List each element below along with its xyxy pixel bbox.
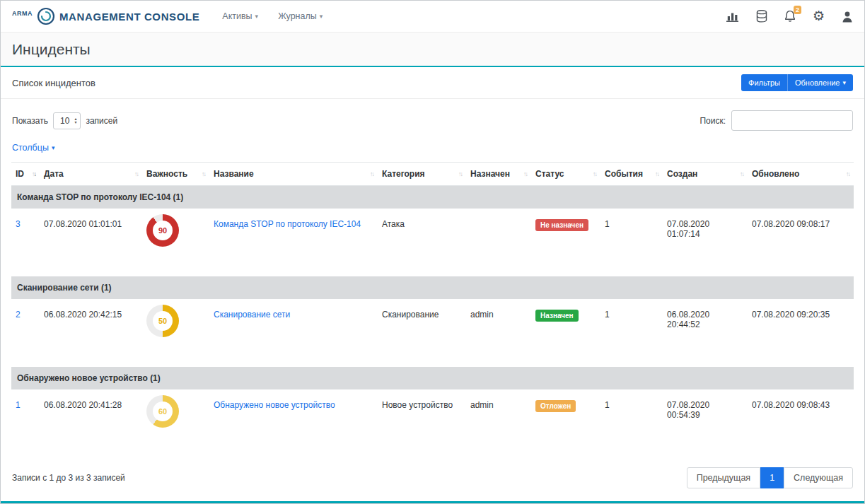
refresh-dropdown-button[interactable]: Обновление ▾ bbox=[787, 74, 853, 91]
column-header-events[interactable]: События↑↓ bbox=[600, 163, 663, 186]
severity-value: 90 bbox=[158, 226, 167, 235]
cell-events: 1 bbox=[600, 389, 663, 457]
cell-assignee: admin bbox=[466, 389, 531, 457]
menu-assets[interactable]: Активы ▾ bbox=[222, 11, 258, 21]
column-header-name[interactable]: Название↑↓ bbox=[209, 163, 378, 186]
cell-updated: 07.08.2020 09:08:17 bbox=[748, 209, 854, 276]
sort-icon: ↑↓ bbox=[202, 170, 205, 177]
column-header-status[interactable]: Статус↑↓ bbox=[531, 163, 600, 186]
sort-icon: ↑↓ bbox=[458, 170, 462, 177]
column-label: Название bbox=[214, 169, 254, 179]
incident-row: 2 06.08.2020 20:42:15 50 Сканирование се… bbox=[11, 299, 854, 367]
search-input[interactable] bbox=[731, 110, 853, 131]
column-header-assignee[interactable]: Назначен↑↓ bbox=[466, 163, 531, 186]
pagination: Предыдущая 1 Следующая bbox=[687, 467, 853, 488]
panel-actions: Фильтры Обновление ▾ bbox=[741, 74, 853, 91]
status-badge: Не назначен bbox=[535, 219, 588, 231]
sort-icon: ↑↓ bbox=[655, 170, 658, 177]
app-logo[interactable]: ARMA MANAGEMENT CONSOLE bbox=[12, 7, 199, 25]
cell-date: 07.08.2020 01:01:01 bbox=[40, 209, 142, 276]
chevron-down-icon: ▾ bbox=[255, 13, 259, 20]
database-icon bbox=[756, 10, 767, 23]
column-label: Создан bbox=[667, 169, 697, 179]
incident-id-link[interactable]: 3 bbox=[16, 219, 21, 229]
status-badge: Назначен bbox=[535, 310, 579, 322]
sort-icon: ↑↓ bbox=[593, 170, 596, 177]
column-header-created[interactable]: Создан↑↓ bbox=[663, 163, 748, 186]
cell-created: 06.08.2020 20:44:52 bbox=[663, 299, 748, 367]
table-controls: Показать 10 ▴▾ записей Поиск: bbox=[1, 99, 864, 134]
bottom-accent-bar bbox=[1, 501, 864, 503]
donut-hole: 90 bbox=[153, 221, 173, 240]
storage-button[interactable] bbox=[756, 10, 767, 23]
columns-dropdown-label: Столбцы bbox=[12, 143, 49, 153]
column-label: События bbox=[605, 169, 643, 179]
settings-button[interactable]: ⚙ bbox=[813, 10, 825, 23]
chevron-down-icon: ▾ bbox=[842, 79, 846, 86]
filters-button-label: Фильтры bbox=[748, 78, 780, 87]
severity-donut: 90 bbox=[146, 214, 179, 247]
top-navbar: ARMA MANAGEMENT CONSOLE Активы ▾ Журналы… bbox=[1, 1, 864, 32]
menu-logs[interactable]: Журналы ▾ bbox=[278, 11, 323, 21]
column-header-id[interactable]: ID↑↓ bbox=[11, 163, 40, 186]
incident-name-link[interactable]: Обнаружено новое устройство bbox=[214, 400, 335, 410]
column-header-date[interactable]: Дата↑↓ bbox=[40, 163, 142, 186]
pagination-prev-button[interactable]: Предыдущая bbox=[687, 467, 760, 488]
incident-id-link[interactable]: 1 bbox=[16, 400, 21, 410]
severity-value: 60 bbox=[158, 407, 167, 416]
donut-hole: 50 bbox=[153, 311, 173, 331]
pagination-page-1-button[interactable]: 1 bbox=[760, 467, 784, 488]
cell-updated: 07.08.2020 09:20:35 bbox=[748, 299, 854, 367]
column-label: ID bbox=[16, 169, 24, 179]
column-label: Обновлено bbox=[752, 169, 799, 179]
spinner-icon: ▴▾ bbox=[74, 117, 76, 124]
incident-id-link[interactable]: 2 bbox=[16, 310, 21, 320]
user-button[interactable] bbox=[842, 11, 853, 23]
incident-name-link[interactable]: Команда STOP по протоколу IEC-104 bbox=[214, 219, 361, 229]
severity-donut: 60 bbox=[146, 395, 179, 428]
cell-category: Новое устройство bbox=[378, 389, 466, 457]
cell-events: 1 bbox=[600, 209, 663, 276]
group-title: Сканирование сети (1) bbox=[11, 276, 854, 299]
incidents-table: ID↑↓ Дата↑↓ Важность↑↓ Название↑↓ Катего… bbox=[11, 162, 854, 457]
notifications-button[interactable]: 2 bbox=[784, 10, 796, 23]
cell-category: Атака bbox=[378, 209, 466, 276]
gear-icon: ⚙ bbox=[813, 10, 825, 23]
chart-icon bbox=[726, 11, 739, 22]
severity-value: 50 bbox=[158, 317, 167, 325]
filters-button[interactable]: Фильтры bbox=[741, 74, 787, 91]
search-control: Поиск: bbox=[699, 110, 853, 131]
sort-icon: ↑↓ bbox=[846, 170, 849, 177]
column-label: Назначен bbox=[470, 169, 510, 179]
group-title: Команда STOP по протоколу IEC-104 (1) bbox=[11, 186, 854, 209]
page-size-select[interactable]: 10 ▴▾ bbox=[53, 112, 81, 129]
cell-events: 1 bbox=[600, 299, 663, 367]
column-header-updated[interactable]: Обновлено↑↓ bbox=[748, 163, 854, 186]
pagination-next-button[interactable]: Следующая bbox=[784, 467, 853, 488]
refresh-button-label: Обновление bbox=[795, 78, 840, 87]
cell-created: 07.08.2020 00:54:39 bbox=[663, 389, 748, 457]
menu-logs-label: Журналы bbox=[278, 11, 317, 21]
column-label: Статус bbox=[535, 169, 564, 179]
incident-row: 1 06.08.2020 20:41:28 60 Обнаружено ново… bbox=[11, 389, 854, 457]
menu-assets-label: Активы bbox=[222, 11, 252, 21]
column-header-category[interactable]: Категория↑↓ bbox=[378, 163, 466, 186]
panel-header: Список инцидентов Фильтры Обновление ▾ bbox=[1, 67, 864, 99]
page-size-control: Показать 10 ▴▾ записей bbox=[12, 112, 117, 129]
reports-button[interactable] bbox=[726, 11, 739, 22]
cell-assignee: admin bbox=[466, 299, 531, 367]
records-info: Записи с 1 до 3 из 3 записей bbox=[12, 473, 125, 483]
column-header-severity[interactable]: Важность↑↓ bbox=[142, 163, 209, 186]
group-header-row: Обнаружено новое устройство (1) bbox=[11, 367, 854, 389]
logo-arma-text: ARMA bbox=[12, 10, 33, 17]
incident-name-link[interactable]: Сканирование сети bbox=[214, 310, 290, 320]
cell-created: 07.08.2020 01:07:14 bbox=[663, 209, 748, 276]
sort-icon: ↑↓ bbox=[740, 170, 743, 177]
sort-icon: ↑↓ bbox=[370, 170, 373, 177]
chevron-down-icon: ▾ bbox=[320, 13, 323, 20]
column-label: Дата bbox=[44, 169, 64, 179]
columns-dropdown[interactable]: Столбцы ▾ bbox=[12, 143, 54, 153]
table-footer: Записи с 1 до 3 из 3 записей Предыдущая … bbox=[1, 457, 864, 498]
columns-row: Столбцы ▾ bbox=[1, 134, 864, 160]
cell-date: 06.08.2020 20:41:28 bbox=[40, 389, 142, 457]
